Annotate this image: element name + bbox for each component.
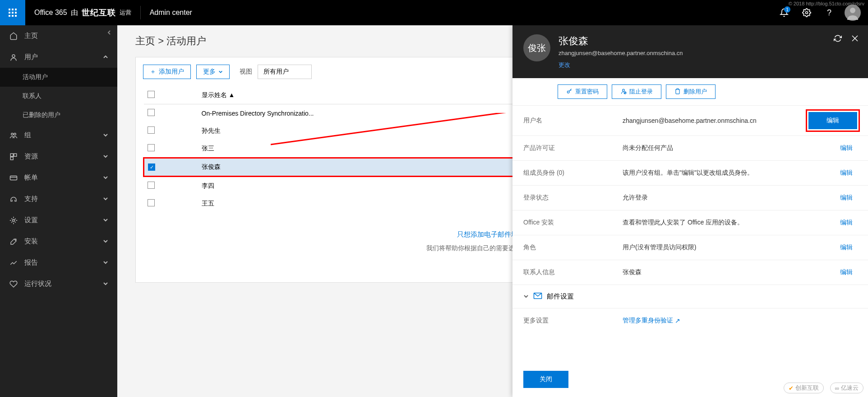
edit-groups-button[interactable]: 编辑 bbox=[836, 167, 857, 179]
sidebar-item-reports[interactable]: 报告 bbox=[0, 252, 117, 273]
trash-icon bbox=[674, 88, 681, 96]
setup-icon bbox=[9, 238, 18, 246]
sidebar-item-settings[interactable]: 设置 bbox=[0, 210, 117, 231]
edit-username-button[interactable]: 编辑 bbox=[808, 112, 857, 129]
row-checkbox[interactable]: ✓ bbox=[148, 163, 155, 171]
user-avatar[interactable] bbox=[845, 5, 861, 21]
add-user-label: 添加用户 bbox=[159, 68, 184, 76]
prop-value: 尚未分配任何产品 bbox=[623, 144, 836, 152]
sidebar-item-billing[interactable]: 帐单 bbox=[0, 167, 117, 188]
notifications-button[interactable]: 1 bbox=[777, 5, 791, 20]
edit-office-button[interactable]: 编辑 bbox=[836, 217, 857, 229]
reset-password-button[interactable]: 重置密码 bbox=[558, 84, 607, 99]
home-icon bbox=[9, 32, 18, 40]
chevron-up-icon bbox=[103, 53, 108, 61]
watermark-a: ✔创新互联 bbox=[784, 383, 824, 393]
brand-prefix: Office 365 bbox=[34, 9, 67, 17]
select-all-checkbox[interactable] bbox=[148, 91, 155, 98]
sidebar-item-label: 帐单 bbox=[24, 173, 38, 182]
col-display-name[interactable]: 显示姓名 bbox=[202, 91, 227, 98]
admin-center-label[interactable]: Admin center bbox=[141, 9, 201, 17]
refresh-button[interactable] bbox=[834, 34, 842, 44]
change-link[interactable]: 更改 bbox=[559, 61, 683, 69]
prop-role: 角色 用户(没有管理员访问权限) 编辑 bbox=[512, 235, 868, 260]
close-button[interactable]: 关闭 bbox=[523, 371, 568, 388]
sidebar-item-health[interactable]: 运行状况 bbox=[0, 273, 117, 294]
sidebar-sub-deleted-users[interactable]: 已删除的用户 bbox=[0, 106, 117, 125]
prop-label: 产品许可证 bbox=[523, 144, 623, 152]
app-launcher-button[interactable] bbox=[0, 0, 25, 25]
sidebar-item-users[interactable]: 用户 bbox=[0, 47, 117, 68]
panel-body: 用户名 zhangjunsen@basehome.partner.onmschi… bbox=[512, 106, 868, 362]
sidebar-sub-active-users[interactable]: 活动用户 bbox=[0, 68, 117, 87]
mail-settings-section[interactable]: 邮件设置 bbox=[512, 285, 868, 308]
top-bar: Office 365 由 世纪互联 运营 Admin center 1 ? bbox=[0, 0, 868, 25]
row-checkbox[interactable] bbox=[148, 182, 155, 189]
row-checkbox[interactable] bbox=[148, 144, 155, 151]
brand-logo: 世纪互联 bbox=[82, 7, 116, 18]
more-button[interactable]: 更多 bbox=[196, 65, 230, 79]
prop-license: 产品许可证 尚未分配任何产品 编辑 bbox=[512, 136, 868, 161]
collapse-sidebar-button[interactable] bbox=[106, 29, 112, 37]
row-checkbox[interactable] bbox=[148, 109, 155, 116]
sidebar-item-resources[interactable]: 资源 bbox=[0, 146, 117, 167]
edit-contact-button[interactable]: 编辑 bbox=[836, 266, 857, 278]
edit-signin-button[interactable]: 编辑 bbox=[836, 192, 857, 204]
block-signin-button[interactable]: 阻止登录 bbox=[612, 84, 661, 99]
edit-license-button[interactable]: 编辑 bbox=[836, 142, 857, 154]
svg-point-11 bbox=[12, 55, 15, 57]
add-user-button[interactable]: ＋ 添加用户 bbox=[143, 65, 191, 79]
svg-point-24 bbox=[623, 89, 625, 91]
row-checkbox[interactable] bbox=[148, 126, 155, 134]
sidebar-item-label: 运行状况 bbox=[24, 280, 51, 288]
prop-value: 允许登录 bbox=[623, 194, 836, 202]
prop-value: 张俊森 bbox=[623, 268, 836, 276]
block-icon bbox=[620, 88, 627, 96]
close-panel-button[interactable] bbox=[851, 34, 859, 44]
sidebar-item-groups[interactable]: 组 bbox=[0, 125, 117, 146]
settings-button[interactable] bbox=[799, 5, 814, 20]
panel-title: 张俊森 bbox=[559, 34, 683, 48]
chevron-down-icon bbox=[103, 131, 108, 139]
sidebar-sub-contacts[interactable]: 联系人 bbox=[0, 87, 117, 106]
prop-label: 登录状态 bbox=[523, 194, 623, 202]
svg-point-9 bbox=[806, 12, 808, 14]
edit-role-button[interactable]: 编辑 bbox=[836, 242, 857, 253]
delete-user-label: 删除用户 bbox=[683, 88, 707, 96]
block-signin-label: 阻止登录 bbox=[629, 88, 653, 96]
svg-point-12 bbox=[11, 133, 14, 135]
topbar-right: 1 ? bbox=[777, 5, 868, 21]
sidebar-item-label: 组 bbox=[24, 131, 31, 140]
prop-username: 用户名 zhangjunsen@basehome.partner.onmschi… bbox=[512, 106, 868, 136]
brand: Office 365 由 世纪互联 运营 bbox=[25, 7, 140, 18]
sidebar-item-label: 用户 bbox=[24, 53, 38, 61]
svg-line-26 bbox=[624, 92, 626, 93]
breadcrumb-home[interactable]: 主页 bbox=[135, 35, 155, 47]
mfa-link[interactable]: 管理多重身份验证 ↗ bbox=[623, 317, 680, 325]
delete-user-button[interactable]: 删除用户 bbox=[666, 84, 716, 99]
watermark-b: ∞亿速云 bbox=[830, 383, 863, 393]
more-label: 更多 bbox=[203, 68, 216, 76]
chevron-down-icon bbox=[103, 259, 108, 266]
sidebar-item-setup[interactable]: 安装 bbox=[0, 231, 117, 252]
brand-by: 由 bbox=[71, 8, 78, 18]
prop-label: 组成员身份 (0) bbox=[523, 169, 623, 177]
svg-rect-2 bbox=[15, 9, 17, 10]
prop-value: 该用户没有组。单击"编辑"以更改组成员身份。 bbox=[623, 169, 836, 177]
watermark-top: © 2018 http://blog.51cto.com/rdsrv bbox=[789, 1, 864, 6]
svg-point-10 bbox=[850, 8, 855, 13]
help-button[interactable]: ? bbox=[822, 5, 836, 20]
svg-rect-14 bbox=[10, 154, 13, 156]
sidebar-item-home[interactable]: 主页 bbox=[0, 25, 117, 47]
svg-rect-1 bbox=[12, 9, 14, 10]
panel-header: 俊张 张俊森 zhangjunsen@basehome.partner.onms… bbox=[512, 25, 868, 78]
svg-rect-4 bbox=[12, 12, 14, 14]
chevron-down-icon bbox=[103, 174, 108, 182]
sidebar-item-support[interactable]: 支持 bbox=[0, 188, 117, 210]
chevron-down-icon bbox=[103, 216, 108, 224]
mfa-link-label: 管理多重身份验证 bbox=[623, 317, 673, 325]
view-select[interactable]: 所有用户 bbox=[258, 65, 312, 79]
chevron-down-icon bbox=[103, 238, 108, 245]
row-checkbox[interactable] bbox=[148, 199, 155, 206]
plus-icon: ＋ bbox=[150, 68, 156, 76]
